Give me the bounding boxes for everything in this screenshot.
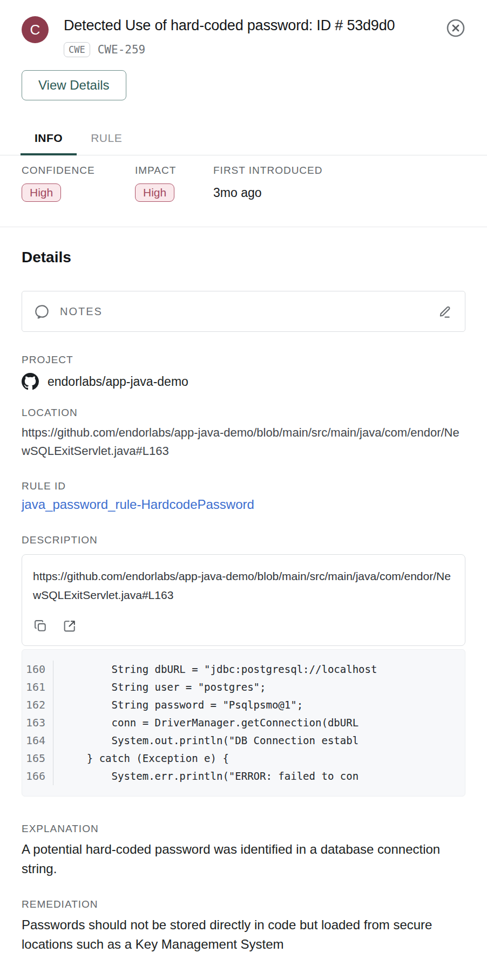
description-actions bbox=[33, 618, 454, 634]
explanation-text: A potential hard-coded password was iden… bbox=[22, 840, 465, 879]
confidence-label: CONFIDENCE bbox=[22, 164, 135, 177]
pencil-icon bbox=[437, 303, 453, 319]
cwe-row: CWE CWE-259 bbox=[64, 42, 437, 57]
copy-button[interactable] bbox=[33, 618, 48, 634]
impact-badge: High bbox=[135, 183, 174, 202]
tab-bar: INFO RULE bbox=[0, 124, 487, 155]
cwe-chip: CWE bbox=[64, 42, 90, 57]
code-line: 163 conn = DriverManager.getConnection(d… bbox=[22, 714, 465, 732]
first-introduced-block: FIRST INTRODUCED 3mo ago bbox=[213, 164, 322, 202]
notes-box[interactable]: NOTES bbox=[22, 291, 465, 332]
line-text: conn = DriverManager.getConnection(dbURL bbox=[53, 714, 465, 732]
copy-icon bbox=[33, 618, 48, 634]
remediation-text: Passwords should not be stored directly … bbox=[22, 915, 465, 954]
line-number: 163 bbox=[22, 714, 53, 732]
line-number: 165 bbox=[22, 750, 53, 767]
finding-title: Detected Use of hard-coded password: ID … bbox=[64, 15, 420, 36]
close-button[interactable] bbox=[446, 18, 465, 38]
code-line: 164 System.out.println("DB Connection es… bbox=[22, 732, 465, 750]
close-icon bbox=[446, 18, 465, 38]
confidence-block: CONFIDENCE High bbox=[22, 164, 135, 202]
project-name: endorlabs/app-java-demo bbox=[48, 375, 188, 389]
location-label: LOCATION bbox=[22, 406, 465, 419]
code-line: 160 String dbURL = "jdbc:postgresql://lo… bbox=[22, 661, 465, 678]
tab-rule[interactable]: RULE bbox=[77, 124, 136, 155]
line-number: 164 bbox=[22, 732, 53, 750]
line-number: 166 bbox=[22, 767, 53, 785]
line-text: String dbURL = "jdbc:postgresql://localh… bbox=[53, 661, 465, 678]
line-text: String user = "postgres"; bbox=[53, 678, 465, 696]
line-number: 160 bbox=[22, 661, 53, 678]
edit-notes-button[interactable] bbox=[437, 303, 453, 319]
description-box: https://github.com/endorlabs/app-java-de… bbox=[22, 554, 465, 646]
first-introduced-label: FIRST INTRODUCED bbox=[213, 164, 322, 177]
title-block: Detected Use of hard-coded password: ID … bbox=[49, 15, 446, 57]
line-text: } catch (Exception e) { bbox=[53, 750, 465, 767]
code-line: 161 String user = "postgres"; bbox=[22, 678, 465, 696]
line-text: System.out.println("DB Connection establ bbox=[53, 732, 465, 750]
code-snippet[interactable]: 160 String dbURL = "jdbc:postgresql://lo… bbox=[22, 649, 465, 797]
explanation-label: EXPLANATION bbox=[22, 822, 465, 835]
cwe-id: CWE-259 bbox=[98, 43, 146, 56]
github-icon bbox=[22, 373, 39, 390]
severity-letter: C bbox=[30, 22, 40, 38]
severity-critical-badge: C bbox=[22, 16, 49, 43]
chat-bubble-icon bbox=[34, 303, 50, 319]
code-line: 165 } catch (Exception e) { bbox=[22, 750, 465, 767]
notes-label: NOTES bbox=[60, 305, 103, 318]
impact-label: IMPACT bbox=[135, 164, 213, 177]
external-link-icon bbox=[62, 618, 77, 634]
line-text: System.err.println("ERROR: failed to con bbox=[53, 767, 465, 785]
tab-info[interactable]: INFO bbox=[21, 124, 77, 155]
remediation-label: REMEDIATION bbox=[22, 898, 465, 911]
location-value: https://github.com/endorlabs/app-java-de… bbox=[22, 424, 464, 460]
project-label: PROJECT bbox=[22, 353, 465, 366]
notes-left: NOTES bbox=[34, 303, 437, 319]
line-text: String password = "Psqlpsmo@1"; bbox=[53, 696, 465, 714]
line-number: 161 bbox=[22, 678, 53, 696]
confidence-badge: High bbox=[22, 183, 61, 202]
section-divider bbox=[0, 227, 487, 227]
description-label: DESCRIPTION bbox=[22, 534, 465, 547]
details-heading: Details bbox=[22, 249, 465, 266]
project-row: endorlabs/app-java-demo bbox=[22, 373, 465, 390]
impact-block: IMPACT High bbox=[135, 164, 213, 202]
finding-header: C Detected Use of hard-coded password: I… bbox=[0, 0, 487, 57]
first-introduced-value: 3mo ago bbox=[213, 183, 322, 202]
rule-id-label: RULE ID bbox=[22, 480, 465, 493]
line-number: 162 bbox=[22, 696, 53, 714]
code-line: 162 String password = "Psqlpsmo@1"; bbox=[22, 696, 465, 714]
view-details-button[interactable]: View Details bbox=[22, 70, 126, 100]
description-url: https://github.com/endorlabs/app-java-de… bbox=[33, 567, 454, 604]
meta-row: CONFIDENCE High IMPACT High FIRST INTROD… bbox=[0, 155, 487, 227]
code-line: 166 System.err.println("ERROR: failed to… bbox=[22, 767, 465, 785]
rule-id-link[interactable]: java_password_rule-HardcodePassword bbox=[22, 497, 254, 512]
open-external-button[interactable] bbox=[62, 618, 77, 634]
